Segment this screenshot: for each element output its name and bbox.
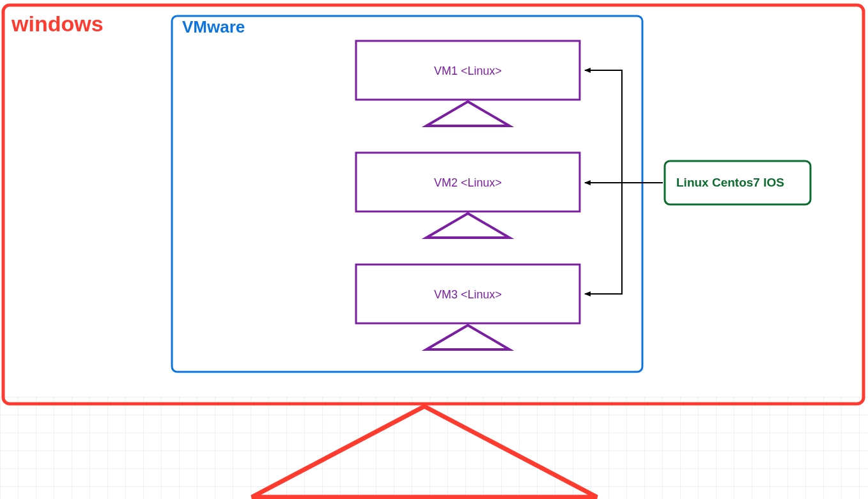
vmware-label: VMware xyxy=(182,17,245,37)
vm1-monitor xyxy=(356,41,580,126)
windows-host-label: windows xyxy=(12,12,104,36)
iso-label: Linux Centos7 IOS xyxy=(676,176,784,190)
vm1-label: VM1 <Linux> xyxy=(356,65,580,78)
connector-arrows xyxy=(585,70,663,294)
vm3-label: VM3 <Linux> xyxy=(356,288,580,302)
vm2-monitor xyxy=(356,153,580,238)
windows-host-monitor xyxy=(3,5,864,497)
vm3-monitor xyxy=(356,265,580,349)
vm2-label: VM2 <Linux> xyxy=(356,176,580,190)
